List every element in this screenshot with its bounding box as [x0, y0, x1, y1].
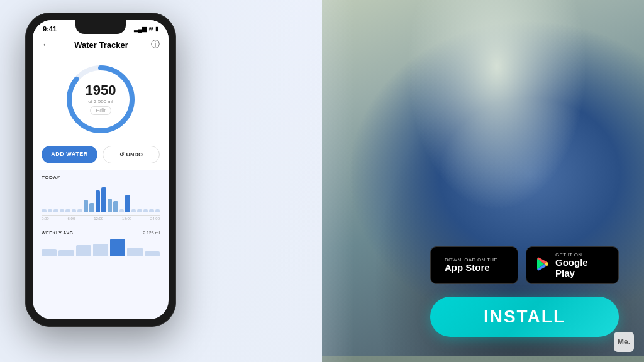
bar-7 [77, 209, 82, 212]
week-bar-3 [76, 245, 91, 256]
weekly-label: WEEKLY AVG. [42, 231, 75, 235]
google-play-main: Google Play [555, 258, 609, 278]
gauge-of: of 2 500 ml [88, 99, 113, 104]
week-bar-5 [110, 239, 125, 256]
bar-18 [143, 209, 148, 212]
app-header: ← Water Tracker ⓘ [33, 35, 169, 55]
info-button[interactable]: ⓘ [151, 39, 160, 50]
app-store-text: Download on the App Store [445, 257, 497, 273]
bar-3 [53, 209, 58, 212]
bar-15 [125, 195, 130, 212]
bar-19 [149, 209, 154, 212]
bar-5 [65, 209, 70, 212]
week-bar-7 [145, 251, 160, 256]
google-play-text: GET IT ON Google Play [555, 252, 609, 278]
bar-8 [84, 200, 89, 212]
week-bar-4 [93, 244, 108, 256]
action-buttons: ADD WATER ↺ UNDO [33, 142, 169, 170]
gauge-edit-button[interactable]: Edit [90, 106, 111, 115]
gauge-circle: 1950 of 2 500 ml Edit [63, 62, 138, 137]
bar-10 [96, 190, 101, 212]
bar-1 [42, 209, 47, 212]
weekly-bars [42, 238, 160, 256]
back-button[interactable]: ← [42, 39, 52, 50]
add-water-button[interactable]: ADD WATER [42, 146, 97, 163]
right-content: Download on the App Store GET IT ON Goog… [317, 0, 644, 362]
bar-12 [108, 199, 113, 212]
phone-notch [75, 20, 126, 34]
bar-6 [72, 209, 77, 212]
weekly-section: WEEKLY AVG. 2 125 ml [33, 226, 169, 259]
time-12: 12:00 [94, 217, 103, 221]
signal-icon: ▂▄▆ [134, 26, 147, 32]
bar-2 [48, 209, 53, 212]
time-0: 0:00 [42, 217, 49, 221]
app-store-main: App Store [445, 263, 497, 273]
today-label: TODAY [42, 175, 160, 180]
gauge-value: 1950 [86, 84, 116, 97]
phone-mockup: 9:41 ▂▄▆ ≋ ▮ ← Water Tracker ⓘ [19, 13, 182, 352]
time-6: 6:00 [68, 217, 75, 221]
bar-13 [113, 201, 118, 212]
water-gauge: 1950 of 2 500 ml Edit [33, 55, 169, 142]
status-icons: ▂▄▆ ≋ ▮ [134, 26, 158, 32]
status-time: 9:41 [43, 25, 57, 33]
phone-shell: 9:41 ▂▄▆ ≋ ▮ ← Water Tracker ⓘ [25, 13, 176, 327]
bar-4 [60, 209, 65, 212]
weekly-value: 2 125 ml [143, 231, 160, 235]
weekly-header: WEEKLY AVG. 2 125 ml [42, 231, 160, 235]
phone-screen: 9:41 ▂▄▆ ≋ ▮ ← Water Tracker ⓘ [33, 20, 169, 319]
bar-16 [131, 209, 136, 212]
app-store-button[interactable]: Download on the App Store [430, 246, 518, 284]
week-bar-6 [127, 248, 142, 256]
bar-20 [155, 209, 160, 212]
chart-times: 0:00 6:00 12:00 18:00 24:00 [42, 217, 160, 221]
time-24: 24:00 [150, 217, 160, 221]
time-18: 18:00 [122, 217, 131, 221]
app-title: Water Tracker [74, 40, 128, 50]
bar-17 [137, 209, 142, 212]
store-buttons: Download on the App Store GET IT ON Goog… [430, 246, 619, 284]
battery-icon: ▮ [155, 26, 158, 32]
me-logo: Me. [614, 332, 634, 352]
week-bar-2 [58, 250, 74, 256]
install-button[interactable]: INSTALL [430, 297, 619, 337]
wifi-icon: ≋ [148, 26, 153, 32]
bar-11 [101, 187, 106, 212]
today-chart: TODAY [33, 170, 169, 226]
undo-button[interactable]: ↺ UNDO [103, 146, 160, 163]
play-icon [535, 256, 550, 274]
bar-14 [119, 209, 125, 212]
bar-9 [89, 203, 94, 212]
google-play-button[interactable]: GET IT ON Google Play [526, 246, 619, 284]
week-bar-1 [42, 249, 57, 256]
chart-bars [42, 184, 160, 216]
